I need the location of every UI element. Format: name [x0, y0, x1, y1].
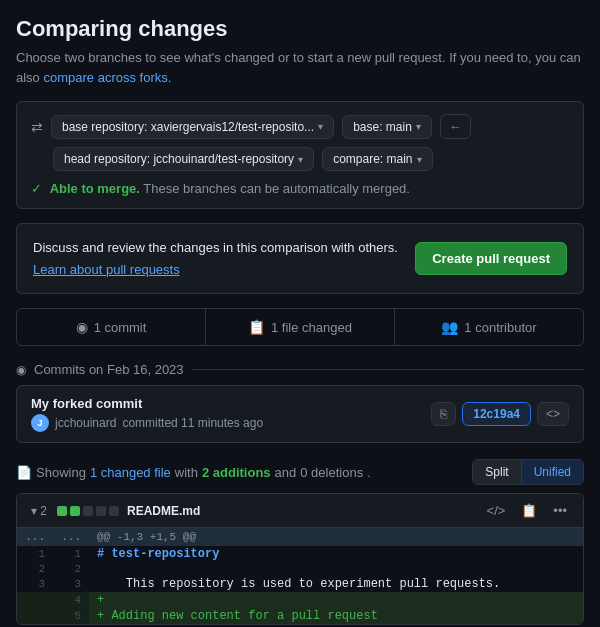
hunk-header-row: ... ... @@ -1,3 +1,5 @@: [17, 528, 583, 546]
commit-dot-icon: ◉: [16, 363, 26, 377]
compare-arrows-icon: ⇄: [31, 119, 43, 135]
commit-message: My forked commit: [31, 396, 263, 411]
code-view-button[interactable]: </>: [483, 501, 510, 520]
neutral-block-3: [109, 506, 119, 516]
addition-block: [57, 506, 67, 516]
code-line-3: 3 3 This repository is used to experimen…: [17, 576, 583, 592]
check-icon: ✓: [31, 181, 42, 196]
unified-view-button[interactable]: Unified: [522, 460, 583, 484]
people-icon: 👥: [441, 319, 458, 335]
commit-item: My forked commit J jcchouinard committed…: [16, 385, 584, 443]
stat-contributors: 👥 1 contributor: [395, 309, 583, 345]
commit-meta: J jcchouinard committed 11 minutes ago: [31, 414, 263, 432]
head-branch-row: head repository: jcchouinard/test-reposi…: [31, 147, 569, 171]
code-line-1: 1 1 # test-repository: [17, 546, 583, 562]
compare-forks-link[interactable]: compare across forks.: [43, 70, 171, 85]
code-line-5-addition: 5 + Adding new content for a pull reques…: [17, 608, 583, 624]
branch-selector-box: ⇄ base repository: xaviergervais12/test-…: [16, 101, 584, 209]
pr-banner-content: Discuss and review the changes in this c…: [33, 238, 398, 279]
chevron-down-icon: ▾: [417, 154, 422, 165]
commit-hash-button[interactable]: 12c19a4: [462, 402, 531, 426]
neutral-block-2: [96, 506, 106, 516]
code-table: ... ... @@ -1,3 +1,5 @@ 1 1 # test-repos…: [17, 528, 583, 624]
compare-branch-select[interactable]: compare: main ▾: [322, 147, 432, 171]
line-num-right: ...: [53, 528, 89, 546]
date-divider: [192, 369, 584, 370]
copy-hash-button[interactable]: ⎘: [431, 402, 456, 426]
base-branch-select[interactable]: base: main ▾: [342, 115, 432, 139]
file-summary-icon: 📄: [16, 465, 32, 480]
line-num-left: ...: [17, 528, 53, 546]
page-title: Comparing changes: [16, 16, 584, 42]
base-branch-row: ⇄ base repository: xaviergervais12/test-…: [31, 114, 569, 139]
avatar: J: [31, 414, 49, 432]
base-repo-select[interactable]: base repository: xaviergervais12/test-re…: [51, 115, 334, 139]
learn-about-pr-link[interactable]: Learn about pull requests: [33, 260, 398, 280]
chevron-down-icon: ▾: [298, 154, 303, 165]
more-options-button[interactable]: •••: [549, 501, 571, 520]
swap-arrow-btn[interactable]: ←: [440, 114, 471, 139]
stat-files: 📋 1 file changed: [206, 309, 395, 345]
file-name: README.md: [127, 504, 200, 518]
copy-file-button[interactable]: 📋: [517, 501, 541, 520]
diff-summary: 📄 Showing 1 changed file with 2 addition…: [16, 459, 584, 485]
merge-status: ✓ Able to merge. These branches can be a…: [31, 181, 569, 196]
neutral-block: [83, 506, 93, 516]
file-diff: ▾ 2 README.md </> 📋 ••• ...: [16, 493, 584, 625]
code-line-2: 2 2: [17, 562, 583, 576]
chevron-down-icon: ▾: [416, 121, 421, 132]
file-icon: 📋: [248, 319, 265, 335]
file-stat-blocks: [57, 506, 119, 516]
head-repo-select[interactable]: head repository: jcchouinard/test-reposi…: [53, 147, 314, 171]
hunk-label: @@ -1,3 +1,5 @@: [89, 528, 583, 546]
create-pull-request-button[interactable]: Create pull request: [415, 242, 567, 275]
split-view-button[interactable]: Split: [473, 460, 521, 484]
stats-bar: ◉ 1 commit 📋 1 file changed 👥 1 contribu…: [16, 308, 584, 346]
code-line-4-addition: 4 +: [17, 592, 583, 608]
commits-section: ◉ Commits on Feb 16, 2023 My forked comm…: [16, 362, 584, 443]
commits-date-header: ◉ Commits on Feb 16, 2023: [16, 362, 584, 377]
page-container: Comparing changes Choose two branches to…: [0, 0, 600, 627]
pr-banner: Discuss and review the changes in this c…: [16, 223, 584, 294]
chevron-down-icon: ▾: [318, 121, 323, 132]
browse-code-button[interactable]: <>: [537, 402, 569, 426]
commit-hash-group: ⎘ 12c19a4 <>: [431, 402, 569, 426]
addition-block-2: [70, 506, 80, 516]
stat-commits: ◉ 1 commit: [17, 309, 206, 345]
diff-section: 📄 Showing 1 changed file with 2 addition…: [16, 459, 584, 625]
commit-icon: ◉: [76, 319, 88, 335]
expand-file-button[interactable]: ▾ 2: [29, 504, 49, 518]
commit-info: My forked commit J jcchouinard committed…: [31, 396, 263, 432]
diff-view-toggle: Split Unified: [472, 459, 584, 485]
diff-summary-text: 📄 Showing 1 changed file with 2 addition…: [16, 465, 371, 480]
page-subtitle: Choose two branches to see what's change…: [16, 48, 584, 87]
file-diff-header: ▾ 2 README.md </> 📋 •••: [17, 494, 583, 528]
pr-banner-text: Discuss and review the changes in this c…: [33, 238, 398, 258]
